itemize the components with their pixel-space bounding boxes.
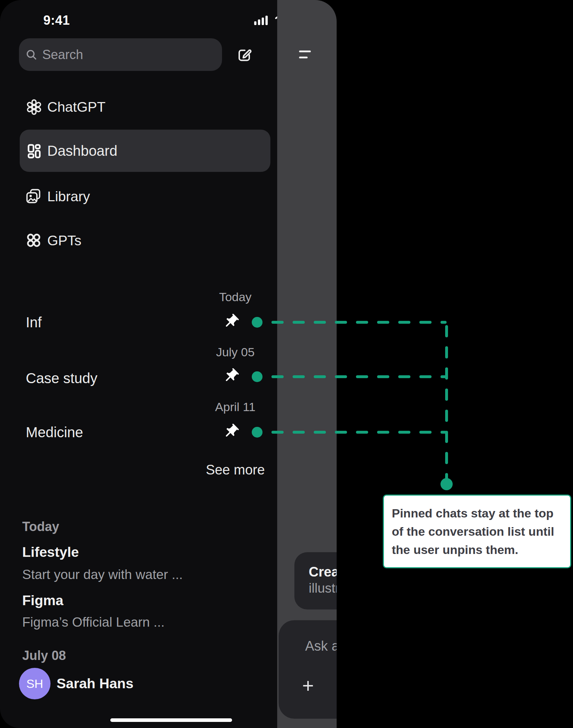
sidebar-item-chatgpt-label: ChatGPT (47, 99, 106, 115)
search-placeholder: Search (42, 38, 83, 71)
suggestion-card-title: Crea (309, 564, 337, 580)
home-indicator[interactable] (110, 718, 232, 722)
sidebar-item-dashboard-label: Dashboard (47, 143, 117, 159)
composer-placeholder: Ask a (305, 638, 337, 654)
see-more-link[interactable]: See more (182, 462, 289, 478)
history-item-title[interactable]: Figma (22, 593, 63, 608)
pinned-date-label: July 05 (182, 345, 289, 359)
signal-icon (254, 15, 269, 25)
sidebar-toggle-icon[interactable] (299, 50, 311, 52)
sidebar-item-gpts-label: GPTs (47, 232, 81, 249)
dimmed-main-screen: Crea illustr Ask a + (277, 0, 337, 728)
profile-name[interactable]: Sarah Hans (57, 675, 134, 692)
sidebar-drawer: 9:41 Search (0, 0, 277, 728)
suggestion-card-subtitle: illustr (309, 581, 337, 596)
callout-text-line: Pinned chats stay at the top (392, 504, 570, 522)
search-icon (24, 48, 39, 62)
pinned-chat-title[interactable]: Inf (26, 314, 42, 331)
pin-icon[interactable] (222, 313, 240, 330)
callout-text-line: the user unpins them. (392, 541, 570, 559)
history-header: Today (22, 519, 59, 534)
openai-logo-icon (26, 99, 42, 115)
history-header: July 08 (22, 648, 66, 663)
pinned-date-label: Today (182, 290, 289, 304)
library-icon (25, 188, 42, 204)
pinned-chat-title[interactable]: Case study (26, 370, 97, 386)
chat-composer[interactable] (279, 620, 337, 719)
avatar-initials: SH (26, 677, 43, 691)
annotation-callout: Pinned chats stay at the top of the conv… (383, 495, 571, 568)
pin-icon[interactable] (222, 423, 240, 440)
callout-text-line: of the conversation list until (392, 522, 570, 541)
sidebar-toggle-icon[interactable] (299, 57, 308, 58)
compose-icon[interactable] (236, 47, 253, 64)
history-item-title[interactable]: Lifestyle (22, 544, 79, 560)
dashboard-icon (26, 143, 42, 159)
annotated-mockup-canvas: 9:41 Search (0, 0, 573, 728)
status-time: 9:41 (34, 13, 79, 28)
history-item-preview[interactable]: Start your day with water ... (22, 567, 183, 582)
annotation-dot (440, 478, 453, 490)
sidebar-item-library-label: Library (47, 188, 90, 205)
avatar[interactable]: SH (19, 668, 50, 699)
history-item-preview[interactable]: Figma’s Official Learn ... (22, 615, 165, 630)
pinned-chat-title[interactable]: Medicine (26, 424, 83, 440)
gpts-icon (25, 232, 42, 249)
attach-plus-button[interactable]: + (298, 675, 318, 696)
pinned-date-label: April 11 (182, 400, 289, 414)
pin-icon[interactable] (222, 367, 240, 385)
